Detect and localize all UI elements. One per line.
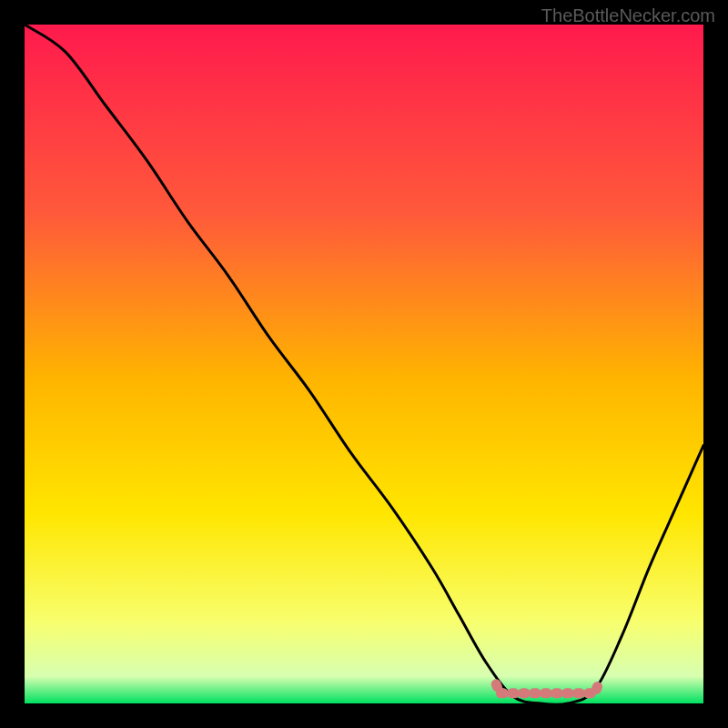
frame-border-bottom xyxy=(0,703,728,728)
watermark-text: TheBottleNecker.com xyxy=(541,5,715,26)
optimal-band-marker xyxy=(25,25,703,703)
chart-plot-area xyxy=(25,25,703,703)
